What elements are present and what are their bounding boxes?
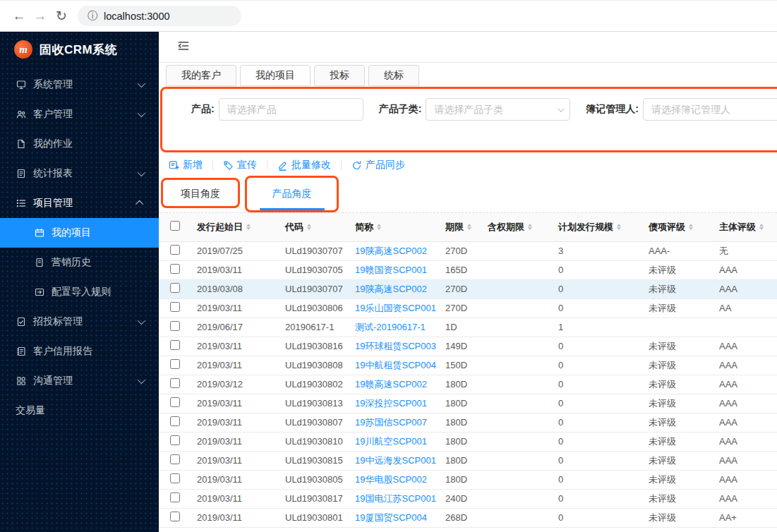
cell-code: ULd19030808: [279, 356, 349, 375]
row-checkbox[interactable]: [170, 302, 180, 312]
row-checkbox[interactable]: [170, 512, 180, 521]
sidebar-item-bidding-management[interactable]: 招投标管理: [0, 307, 159, 337]
security-link[interactable]: 19苏国信SCP007: [355, 417, 427, 428]
select-all-checkbox[interactable]: [170, 221, 180, 231]
product-sync-button[interactable]: 产品同步: [350, 159, 406, 171]
bookkeeper-input[interactable]: [643, 98, 777, 121]
sidebar-item-marketing-history[interactable]: 营销历史: [0, 248, 159, 277]
security-link[interactable]: 19华电股SCP002: [355, 474, 427, 485]
promote-button[interactable]: 宣传: [222, 159, 258, 171]
sync-icon: [351, 160, 362, 171]
tab-product-angle[interactable]: 产品角度: [246, 188, 338, 200]
refresh-icon[interactable]: ↻: [51, 8, 72, 24]
row-checkbox[interactable]: [170, 492, 180, 502]
row-checkbox[interactable]: [170, 321, 180, 331]
cell-code: ULd19030707: [279, 279, 349, 298]
cell-term: 1D: [440, 318, 482, 337]
batch-edit-button[interactable]: 批量修改: [276, 159, 332, 171]
info-icon[interactable]: ⓘ: [88, 10, 97, 23]
table-row: 2019/03/11ULd1903081519中远海发SCP001180D0未评…: [159, 451, 777, 470]
row-checkbox[interactable]: [170, 340, 180, 350]
security-link[interactable]: 测试-20190617-1: [355, 322, 426, 332]
sidebar-item-label: 营销历史: [52, 256, 91, 269]
sidebar-item-my-projects[interactable]: 我的项目: [0, 218, 159, 248]
project-icon: [34, 228, 44, 238]
sort-icon[interactable]: [617, 224, 621, 230]
sidebar-item-customer-management[interactable]: 客户管理: [0, 99, 159, 129]
cell-term: 180D: [440, 413, 482, 432]
product-input[interactable]: [219, 98, 363, 121]
main-content: 我的客户 我的项目 投标 统标 产品: 产品子类: 簿记管理人:: [159, 32, 777, 532]
column-header: 期限: [445, 221, 464, 234]
security-link[interactable]: 19川航空SCP001: [355, 436, 427, 447]
cell-date: 2019/03/11: [191, 298, 279, 318]
sidebar-item-communication-management[interactable]: 沟通管理: [0, 366, 159, 396]
security-link[interactable]: 19中远海发SCP001: [355, 455, 436, 466]
sidebar-item-import-rules[interactable]: 配置导入规则: [0, 277, 159, 307]
row-checkbox[interactable]: [170, 359, 180, 369]
cell-date: 2019/07/25: [191, 241, 279, 260]
sidebar-item-my-jobs[interactable]: 我的作业: [0, 129, 159, 159]
cell-scale: 0: [553, 375, 643, 394]
security-link[interactable]: 19陕高速SCP002: [355, 246, 427, 256]
row-checkbox[interactable]: [170, 245, 180, 255]
bid-icon: [16, 317, 26, 327]
forward-icon[interactable]: →: [30, 8, 51, 24]
menu-fold-icon[interactable]: [177, 40, 190, 55]
sort-icon[interactable]: [246, 224, 251, 230]
security-link[interactable]: 19厦国贸SCP004: [355, 512, 427, 523]
row-checkbox[interactable]: [170, 397, 180, 407]
tab-bidding[interactable]: 投标: [314, 65, 365, 86]
row-checkbox[interactable]: [170, 416, 180, 426]
sidebar-item-trading-volume[interactable]: 交易量: [0, 396, 159, 425]
sort-icon[interactable]: [759, 224, 764, 230]
cell-scale: 0: [553, 337, 643, 356]
cell-code: ULd19030817: [279, 489, 349, 508]
security-link[interactable]: 19陕高速SCP002: [355, 284, 427, 294]
sidebar-item-statistical-reports[interactable]: 统计报表: [0, 159, 159, 188]
table-row: 2019/03/11ULd1903081619环球租赁SCP003149D0未评…: [159, 337, 777, 356]
security-link[interactable]: 19深投控SCP001: [355, 398, 427, 409]
sort-icon[interactable]: [689, 224, 693, 230]
sidebar-item-customer-credit-report[interactable]: 客户信用报告: [0, 337, 159, 366]
row-checkbox[interactable]: [170, 454, 180, 464]
add-button[interactable]: 新增: [167, 159, 204, 171]
row-checkbox[interactable]: [170, 473, 180, 483]
tab-project-angle[interactable]: 项目角度: [161, 188, 240, 200]
security-link[interactable]: 19环球租赁SCP003: [355, 341, 436, 351]
column-header: 计划发行规模: [558, 221, 613, 234]
tab-my-customers[interactable]: 我的客户: [166, 65, 236, 86]
sidebar-item-project-management[interactable]: 项目管理: [0, 188, 159, 218]
cell-term: 180D: [440, 451, 482, 470]
sidebar-item-label: 系统管理: [33, 78, 73, 91]
tab-unified-bidding[interactable]: 统标: [368, 65, 419, 86]
security-link[interactable]: 19乐山国资SCP001: [355, 303, 436, 313]
security-link[interactable]: 19国电江苏SCP001: [355, 493, 436, 504]
back-icon[interactable]: ←: [8, 8, 30, 24]
security-link[interactable]: 19赣国资SCP001: [355, 265, 427, 275]
column-header: 债项评级: [649, 221, 685, 234]
row-checkbox[interactable]: [170, 435, 180, 445]
row-checkbox[interactable]: [170, 283, 180, 293]
sidebar-item-system-management[interactable]: 系统管理: [0, 70, 159, 99]
row-checkbox[interactable]: [170, 264, 180, 274]
sort-icon[interactable]: [467, 224, 471, 230]
sort-icon[interactable]: [307, 224, 311, 230]
row-checkbox[interactable]: [170, 378, 180, 388]
credit-report-icon: [16, 346, 26, 357]
product-subtype-label: 产品子类:: [379, 103, 422, 116]
cell-date: 2019/03/11: [191, 413, 279, 432]
table-row: 2019/06/1720190617-1测试-20190617-11D1: [159, 318, 777, 337]
product-subtype-select[interactable]: [426, 98, 570, 121]
tab-my-projects[interactable]: 我的项目: [240, 65, 311, 86]
sort-icon[interactable]: [528, 224, 532, 230]
security-link[interactable]: 19赣高速SCP002: [355, 379, 427, 389]
url-bar[interactable]: ⓘ localhost:3000: [78, 6, 241, 26]
cell-option_term: [482, 451, 553, 470]
sort-icon[interactable]: [377, 224, 381, 230]
cell-name: 19乐山国资SCP001: [349, 298, 440, 318]
table-row: 2019/07/25ULd1903070719陕高速SCP002270D3AAA…: [159, 241, 777, 260]
security-link[interactable]: 19中航租赁SCP004: [355, 360, 436, 370]
tag-icon: [223, 160, 234, 171]
cell-date: 2019/06/17: [191, 318, 279, 337]
